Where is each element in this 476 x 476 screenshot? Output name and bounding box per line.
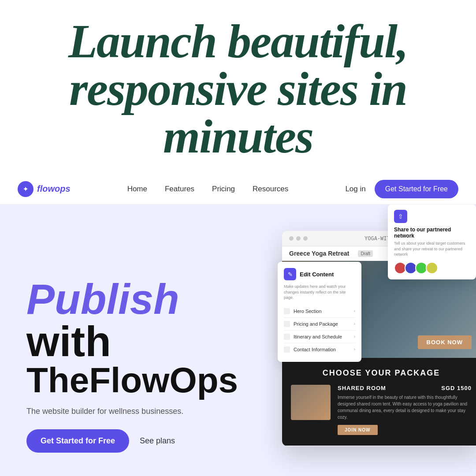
nav-features[interactable]: Features bbox=[165, 185, 194, 193]
edit-item-pricing[interactable]: Pricing and Package › bbox=[284, 318, 355, 331]
navbar-actions: Log in Get Started for Free bbox=[345, 180, 458, 198]
package-image bbox=[291, 385, 331, 420]
edit-item-hero-left: Hero Section bbox=[284, 308, 322, 314]
logo[interactable]: ✦ flowops bbox=[18, 181, 71, 197]
headline-line1: Launch beautiful, bbox=[68, 15, 408, 67]
dark-section: CHOOSE YOUR PACKAGE SHARED ROOM SGD 1500… bbox=[282, 358, 476, 446]
share-avatars bbox=[394, 262, 470, 274]
edit-popup: ✎ Edit Content Make updates here and wat… bbox=[278, 262, 361, 362]
edit-item-pricing-left: Pricing and Package bbox=[284, 321, 338, 327]
dot-1 bbox=[289, 236, 294, 241]
left-panel: Publish with TheFlowOps The website buil… bbox=[0, 205, 256, 476]
chevron-right-icon: › bbox=[354, 309, 355, 313]
dot-2 bbox=[296, 236, 301, 241]
main-content: Publish with TheFlowOps The website buil… bbox=[0, 205, 476, 476]
edit-item-itinerary-label: Itinerary and Schedule bbox=[294, 334, 342, 339]
edit-popup-title: Edit Content bbox=[300, 271, 334, 278]
headline-line2: responsive sites in minutes bbox=[69, 63, 407, 163]
avatar-4 bbox=[426, 262, 438, 274]
brand-name: TheFlowOps bbox=[26, 363, 238, 398]
edit-item-contact-left: Contact Information bbox=[284, 346, 336, 353]
nav-links: Home Features Pricing Resources bbox=[127, 185, 289, 193]
draft-badge: Draft bbox=[358, 250, 373, 257]
join-button[interactable]: JOIN NOW bbox=[338, 425, 378, 435]
package-description: Immerse yourself in the beauty of nature… bbox=[338, 394, 472, 420]
share-icon: ⇧ bbox=[394, 210, 407, 223]
share-popup-title: Share to our partnered network bbox=[394, 227, 470, 239]
edit-popup-header: ✎ Edit Content bbox=[284, 268, 355, 280]
edit-item-hero[interactable]: Hero Section › bbox=[284, 305, 355, 318]
logo-text: flowops bbox=[37, 184, 71, 194]
edit-item-itinerary-left: Itinerary and Schedule bbox=[284, 334, 342, 340]
edit-item-hero-label: Hero Section bbox=[294, 309, 322, 314]
image-icon bbox=[284, 308, 290, 314]
action-row: Get Started for Free See plans bbox=[26, 429, 238, 453]
nav-resources[interactable]: Resources bbox=[253, 185, 288, 193]
package-name: SHARED ROOM bbox=[338, 385, 386, 391]
hero-subtitle: The website builder for wellness busines… bbox=[26, 407, 238, 416]
chevron-right-icon-3: › bbox=[354, 334, 355, 339]
chevron-right-icon-4: › bbox=[354, 347, 355, 352]
section-title: CHOOSE YOUR PACKAGE bbox=[291, 368, 472, 378]
package-details: SHARED ROOM SGD 1500 Immerse yourself in… bbox=[338, 385, 472, 435]
navbar: ✦ flowops Home Features Pricing Resource… bbox=[0, 174, 476, 205]
with-word: with bbox=[26, 320, 238, 363]
package-price: SGD 1500 bbox=[441, 385, 472, 391]
get-started-button[interactable]: Get Started for Free bbox=[26, 429, 129, 453]
edit-popup-subtitle: Make updates here and watch your changes… bbox=[284, 284, 355, 301]
edit-item-contact[interactable]: Contact Information › bbox=[284, 343, 355, 356]
nav-pricing[interactable]: Pricing bbox=[212, 185, 235, 193]
logo-icon: ✦ bbox=[18, 181, 33, 197]
dot-3 bbox=[303, 236, 308, 241]
package-name-row: SHARED ROOM SGD 1500 bbox=[338, 385, 472, 391]
navbar-cta-button[interactable]: Get Started for Free bbox=[375, 180, 458, 198]
right-panel: ⇧ Share to our partnered network Tell us… bbox=[256, 205, 476, 476]
hero-book-button[interactable]: BOOK NOW bbox=[418, 335, 472, 349]
login-link[interactable]: Log in bbox=[345, 185, 365, 193]
calendar-icon bbox=[284, 334, 290, 340]
see-plans-link[interactable]: See plans bbox=[140, 436, 175, 446]
edit-item-pricing-label: Pricing and Package bbox=[294, 321, 338, 327]
page-title: Greece Yoga Retreat bbox=[289, 250, 349, 257]
package-row: SHARED ROOM SGD 1500 Immerse yourself in… bbox=[291, 385, 472, 435]
nav-home[interactable]: Home bbox=[127, 185, 147, 193]
hero-title: Publish with TheFlowOps bbox=[26, 278, 238, 398]
share-popup: ⇧ Share to our partnered network Tell us… bbox=[388, 205, 476, 279]
dollar-icon bbox=[284, 321, 290, 327]
edit-popup-icon: ✎ bbox=[284, 268, 296, 280]
edit-item-contact-label: Contact Information bbox=[294, 347, 336, 352]
publish-word: Publish bbox=[26, 278, 238, 320]
person-icon bbox=[284, 346, 290, 353]
share-popup-subtitle: Tell us about your ideal target customer… bbox=[394, 241, 470, 257]
chevron-right-icon-2: › bbox=[354, 321, 355, 326]
hero-section: Launch beautiful, responsive sites in mi… bbox=[0, 0, 476, 174]
browser-dots bbox=[289, 236, 308, 241]
edit-item-itinerary[interactable]: Itinerary and Schedule › bbox=[284, 331, 355, 343]
